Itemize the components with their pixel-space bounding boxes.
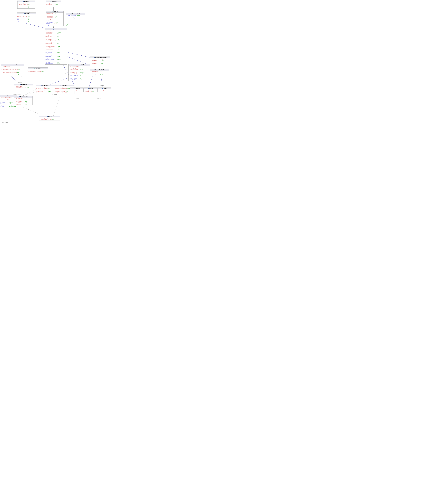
class-row: #platformAngle int — [69, 78, 90, 79]
vis: + — [46, 16, 47, 17]
vis: # — [1, 73, 3, 75]
vis: + — [91, 58, 92, 60]
method: DrawPanel(m, m) — [55, 86, 63, 88]
class-row: +unloadVehicle(Vehicle)Vehicle — [36, 89, 54, 91]
svg-marker-25 — [18, 83, 19, 83]
vis: + — [46, 2, 47, 4]
class-row: # color Color — [46, 23, 64, 24]
field: platformLowered — [70, 76, 80, 78]
method: stopEngine() — [70, 67, 80, 69]
class-row: +move() void — [45, 34, 67, 36]
class-row: +speedFactor() double — [90, 61, 110, 63]
position-header: Position — [17, 1, 35, 2]
transportvehicle-header: TransportVehicle — [69, 64, 90, 66]
type: int — [57, 50, 59, 52]
method: checkEngineRunning() — [46, 44, 58, 46]
vis: + — [45, 48, 46, 50]
vis: # — [45, 62, 46, 63]
type: int — [10, 103, 11, 104]
type: Boolean — [80, 79, 84, 80]
class-row: +incrementSpeed(double) void — [45, 40, 67, 41]
type: boolean — [77, 15, 80, 16]
method: CarView(String, CarController) — [41, 117, 56, 119]
vehicle-title: Vehicle — [55, 29, 59, 30]
type: BufferedImage — [9, 106, 16, 107]
entity-body: + Entity() + setPosition(m, m) void # y … — [17, 14, 36, 22]
type: boolean — [57, 60, 61, 62]
entity-header: Entity — [17, 13, 36, 14]
field: platformAngle — [70, 78, 80, 79]
class-row: #turboFactor double — [90, 64, 110, 66]
genericcarwithturbo-icon — [94, 57, 95, 58]
svg-text:«create»: «create» — [28, 113, 32, 113]
imovable-icon — [50, 1, 51, 2]
vis: # — [0, 101, 1, 103]
class-row: +turnLeft() void — [45, 47, 67, 48]
svg-marker-7 — [53, 10, 54, 11]
method: unloadVehicle(Vehicle) — [37, 89, 49, 91]
method: speedFactor() — [46, 32, 58, 33]
vis: + — [1, 69, 3, 70]
type: int — [80, 75, 81, 76]
svg-text:frame: frame — [39, 114, 41, 115]
class-row: +brake(double) void — [45, 48, 67, 50]
vehicleloadable-header: VehicleLoadable — [1, 64, 24, 66]
vis: # — [18, 6, 19, 7]
field: beingTransported — [68, 15, 77, 16]
class-row: +stopEngine() void — [69, 67, 90, 69]
iloadable-header: ILoadable — [28, 67, 48, 69]
type: void — [25, 103, 27, 105]
field: currentSpeed — [46, 52, 57, 53]
type: void — [56, 5, 58, 7]
vis: # — [69, 79, 70, 80]
class-row: + beingTransported boolean — [66, 15, 85, 16]
class-row: +speedFactor() double — [69, 72, 90, 73]
class-row: +RepairShop(m) — [14, 86, 33, 87]
vis: # — [91, 64, 92, 66]
type: void — [55, 14, 57, 16]
type: int — [28, 7, 29, 8]
vis: + — [45, 47, 46, 48]
svg-line-30 — [23, 107, 42, 115]
vis: # — [46, 23, 47, 24]
vis: # — [17, 17, 18, 19]
class-row: +loadVehicle(Vehicle) void — [28, 69, 48, 71]
svg-line-4 — [26, 23, 47, 29]
method: lowerPlatform(m) — [70, 69, 80, 70]
vis: + — [91, 63, 92, 64]
field: color — [47, 23, 54, 24]
repairshop-body: +RepairShop(m) +loadVehicle(Vehicle) voi… — [14, 85, 33, 92]
vis: + — [15, 101, 16, 102]
vis: # — [46, 21, 47, 23]
class-row: +startAll() void — [14, 102, 32, 103]
type: void — [66, 89, 68, 91]
type: void — [28, 4, 30, 5]
vis: + — [15, 87, 16, 88]
vehicleloadable-title: VehicleLoadable — [9, 64, 17, 65]
class-row: +Volvo240() — [70, 89, 83, 91]
vis: + — [46, 4, 47, 5]
vis: + — [67, 16, 68, 18]
vis: + — [45, 46, 46, 47]
field: y — [19, 6, 28, 7]
type: void — [56, 4, 58, 5]
vis: + — [18, 2, 19, 4]
class-row: #direction int — [45, 62, 67, 63]
carcontroller-body: +CarController() +brake(double) void +ma… — [14, 98, 32, 105]
method: Entity() — [18, 14, 22, 16]
vis: + — [54, 89, 55, 91]
svg-text:1: 1 — [21, 106, 21, 107]
class-row: +Saab95() — [98, 89, 111, 91]
method: raisePlatform(m) — [70, 70, 80, 72]
method: loadVehicle(Vehicle) — [29, 69, 41, 71]
class-row: + turnLeft() void — [46, 5, 61, 7]
vis: + — [28, 71, 29, 72]
vis: # — [15, 90, 16, 92]
vis: + — [28, 69, 29, 71]
type: void — [17, 70, 19, 72]
class-row: +main(String[]) void — [14, 101, 32, 102]
class-row: #currentSpeed double — [45, 52, 67, 53]
vis: + — [17, 14, 18, 16]
method: startAll() — [16, 102, 25, 103]
class-row: # y int — [17, 17, 36, 19]
